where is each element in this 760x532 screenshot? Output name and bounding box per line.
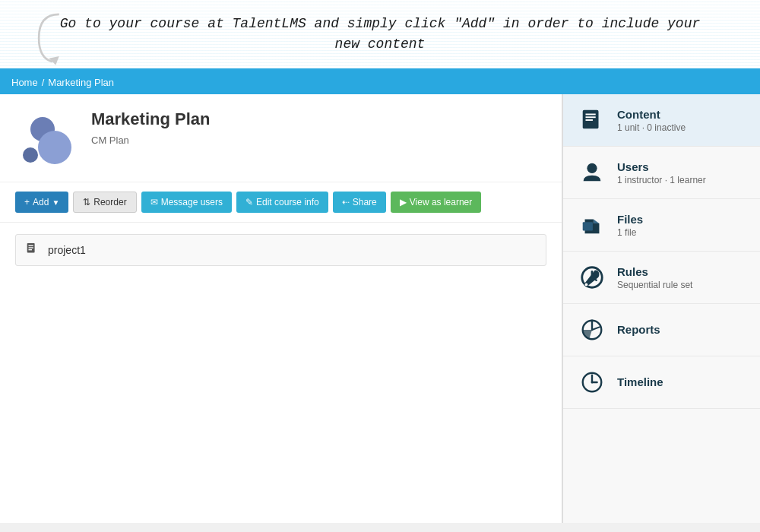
sidebar-content-text: Content 1 unit · 0 inactive xyxy=(617,108,686,133)
svg-rect-8 xyxy=(586,119,593,121)
dropdown-arrow-icon: ▼ xyxy=(52,198,59,207)
content-sidebar-icon xyxy=(578,106,606,134)
svg-point-15 xyxy=(585,283,588,287)
share-icon: ⇠ xyxy=(342,197,350,207)
course-info: Marketing Plan CM Plan xyxy=(91,109,210,147)
content-list: project1 xyxy=(0,223,562,277)
svg-rect-3 xyxy=(29,247,33,248)
sidebar-content-label: Content xyxy=(617,108,686,121)
sidebar-content-sub: 1 unit · 0 inactive xyxy=(617,122,686,133)
course-title: Marketing Plan xyxy=(91,109,210,129)
sidebar-timeline-text: Timeline xyxy=(617,375,663,390)
svg-point-9 xyxy=(587,163,597,173)
reorder-button[interactable]: ⇅ Reorder xyxy=(73,192,136,213)
sidebar-rules-label: Rules xyxy=(617,265,692,278)
users-sidebar-icon xyxy=(578,159,606,186)
edit-course-button[interactable]: ✎ Edit course info xyxy=(236,192,328,213)
course-tag: CM Plan xyxy=(91,135,129,146)
course-avatar xyxy=(15,109,76,170)
reorder-icon: ⇅ xyxy=(83,197,90,207)
sidebar-item-rules[interactable]: Rules Sequential rule set xyxy=(563,252,760,304)
message-icon: ✉ xyxy=(150,197,158,207)
svg-rect-5 xyxy=(583,110,599,129)
sidebar-timeline-label: Timeline xyxy=(617,375,663,388)
svg-rect-4 xyxy=(29,249,33,250)
svg-rect-7 xyxy=(586,116,596,118)
banner-text: Go to your course at TalentLMS and simpl… xyxy=(15,14,745,55)
left-panel: Marketing Plan CM Plan + Add ▼ ⇅ Reorder… xyxy=(0,94,562,523)
message-users-button[interactable]: ✉ Message users xyxy=(141,192,232,213)
sidebar-reports-label: Reports xyxy=(617,323,660,336)
add-button[interactable]: + Add ▼ xyxy=(15,192,68,213)
sidebar-reports-text: Reports xyxy=(617,323,660,337)
avatar-circle-large xyxy=(38,131,71,164)
main-layout: Marketing Plan CM Plan + Add ▼ ⇅ Reorder… xyxy=(0,94,760,523)
sidebar-files-label: Files xyxy=(617,213,643,226)
files-sidebar-icon xyxy=(578,211,606,239)
avatar-circle-small xyxy=(23,147,38,163)
sidebar-item-timeline[interactable]: Timeline xyxy=(563,356,760,409)
svg-rect-6 xyxy=(586,114,596,116)
sidebar: Content 1 unit · 0 inactive Users 1 inst… xyxy=(562,94,760,523)
svg-rect-10 xyxy=(583,222,593,230)
sidebar-users-sub: 1 instructor · 1 learner xyxy=(617,175,706,185)
sidebar-item-users[interactable]: Users 1 instructor · 1 learner xyxy=(563,147,760,199)
course-header: Marketing Plan CM Plan xyxy=(0,94,562,182)
rules-sidebar-icon xyxy=(578,264,606,291)
document-icon xyxy=(25,242,40,258)
breadcrumb: Home / Marketing Plan xyxy=(0,71,760,94)
reports-sidebar-icon xyxy=(578,316,606,344)
sidebar-users-label: Users xyxy=(617,160,706,173)
sidebar-rules-text: Rules Sequential rule set xyxy=(617,265,692,290)
sidebar-item-content[interactable]: Content 1 unit · 0 inactive xyxy=(563,94,760,147)
breadcrumb-separator: / xyxy=(42,77,45,88)
timeline-sidebar-icon xyxy=(578,369,606,396)
forward-icon: ▶ xyxy=(400,197,407,207)
svg-rect-2 xyxy=(29,245,33,246)
breadcrumb-current: Marketing Plan xyxy=(48,77,114,88)
pencil-icon: ✎ xyxy=(245,197,253,207)
banner-arrow-icon xyxy=(23,8,68,68)
list-item[interactable]: project1 xyxy=(15,234,546,266)
sidebar-users-text: Users 1 instructor · 1 learner xyxy=(617,160,706,185)
plus-icon: + xyxy=(24,197,30,207)
sidebar-item-files[interactable]: Files 1 file xyxy=(563,199,760,252)
share-button[interactable]: ⇠ Share xyxy=(333,192,386,213)
action-bar: + Add ▼ ⇅ Reorder ✉ Message users ✎ Edit… xyxy=(0,182,562,223)
top-banner: Go to your course at TalentLMS and simpl… xyxy=(0,0,760,71)
sidebar-rules-sub: Sequential rule set xyxy=(617,280,692,290)
sidebar-files-sub: 1 file xyxy=(617,227,643,238)
content-item-name: project1 xyxy=(48,244,86,256)
breadcrumb-home[interactable]: Home xyxy=(11,77,38,88)
sidebar-files-text: Files 1 file xyxy=(617,213,643,238)
view-as-learner-button[interactable]: ▶ View as learner xyxy=(391,192,482,213)
svg-point-20 xyxy=(591,382,594,384)
sidebar-item-reports[interactable]: Reports xyxy=(563,304,760,356)
